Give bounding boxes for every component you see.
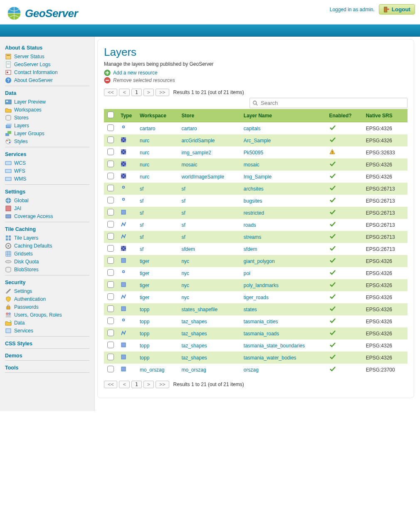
store-link[interactable]: sf: [181, 198, 185, 204]
search-box[interactable]: [250, 98, 408, 108]
sidebar-item[interactable]: ?About GeoServer: [5, 76, 89, 84]
layer-name-link[interactable]: Pk50095: [244, 150, 263, 156]
store-link[interactable]: worldImageSample: [181, 174, 224, 180]
sidebar-item[interactable]: Layers: [5, 121, 89, 129]
sidebar-item[interactable]: Layer Groups: [5, 129, 89, 137]
workspace-link[interactable]: tiger: [140, 282, 149, 288]
workspace-link[interactable]: tiger: [140, 258, 149, 264]
sidebar-item[interactable]: Workspaces: [5, 106, 89, 114]
store-link[interactable]: taz_shapes: [181, 319, 207, 325]
col-srs[interactable]: Native SRS: [363, 109, 408, 122]
sidebar-item[interactable]: Disk Quota: [5, 258, 89, 265]
sidebar-item[interactable]: WMS: [5, 175, 89, 183]
pager-first[interactable]: <<: [104, 89, 117, 96]
store-link[interactable]: nyc: [181, 295, 189, 300]
sidebar-item[interactable]: Coverage Access: [5, 212, 89, 220]
sidebar-item[interactable]: JAI: [5, 204, 89, 212]
workspace-link[interactable]: topp: [140, 343, 149, 349]
sidebar-group-head[interactable]: About & Status: [5, 45, 89, 51]
col-name[interactable]: Layer Name: [240, 109, 326, 122]
store-link[interactable]: states_shapefile: [181, 307, 217, 312]
workspace-link[interactable]: sf: [140, 246, 143, 252]
row-checkbox[interactable]: [107, 161, 114, 167]
row-checkbox[interactable]: [107, 305, 114, 312]
sidebar-group-head[interactable]: Data: [5, 90, 89, 96]
row-checkbox[interactable]: [107, 233, 114, 240]
sidebar-item[interactable]: Gridsets: [5, 250, 89, 258]
sidebar-item[interactable]: Passwords: [5, 303, 89, 311]
sidebar-item[interactable]: Layer Preview: [5, 98, 89, 106]
layer-name-link[interactable]: orszag: [244, 367, 259, 373]
pager-page-b[interactable]: 1: [131, 381, 142, 388]
workspace-link[interactable]: topp: [140, 355, 149, 361]
store-link[interactable]: sf: [181, 222, 185, 228]
row-checkbox[interactable]: [107, 342, 114, 348]
workspace-link[interactable]: mo_orszag: [140, 367, 164, 373]
sidebar-item[interactable]: Tile Layers: [5, 234, 89, 242]
select-all-checkbox[interactable]: [107, 112, 114, 118]
workspace-link[interactable]: nurc: [140, 174, 149, 180]
store-link[interactable]: nyc: [181, 258, 189, 264]
store-link[interactable]: taz_shapes: [181, 343, 207, 349]
logo[interactable]: GeoServer: [6, 5, 78, 22]
sidebar-item[interactable]: Authentication: [5, 295, 89, 303]
row-checkbox[interactable]: [107, 136, 114, 143]
sidebar-item[interactable]: Styles: [5, 137, 89, 145]
workspace-link[interactable]: topp: [140, 307, 149, 312]
store-link[interactable]: sfdem: [181, 246, 195, 252]
layer-name-link[interactable]: poly_landmarks: [244, 282, 279, 288]
workspace-link[interactable]: nurc: [140, 162, 149, 168]
layer-name-link[interactable]: tiger_roads: [244, 295, 269, 300]
row-checkbox[interactable]: [107, 149, 114, 155]
row-checkbox[interactable]: [107, 317, 114, 324]
workspace-link[interactable]: tiger: [140, 295, 149, 300]
store-link[interactable]: nyc: [181, 282, 189, 288]
store-link[interactable]: nyc: [181, 270, 189, 276]
pager-page[interactable]: 1: [131, 89, 142, 96]
pager-next[interactable]: >: [143, 89, 154, 96]
sidebar-item[interactable]: WFS: [5, 167, 89, 175]
sidebar-group-head[interactable]: Security: [5, 280, 89, 285]
layer-name-link[interactable]: giant_polygon: [244, 258, 275, 264]
store-link[interactable]: mosaic: [181, 162, 197, 168]
col-workspace[interactable]: Workspace: [136, 109, 178, 122]
row-checkbox[interactable]: [107, 281, 114, 288]
sidebar-item[interactable]: Contact Information: [5, 68, 89, 76]
row-checkbox[interactable]: [107, 245, 114, 252]
store-link[interactable]: sf: [181, 186, 185, 192]
col-type[interactable]: Type: [117, 109, 136, 122]
layer-name-link[interactable]: tasmania_state_boundaries: [244, 343, 305, 349]
layer-name-link[interactable]: archsites: [244, 186, 264, 192]
row-checkbox[interactable]: [107, 257, 114, 264]
col-enabled[interactable]: Enabled?: [326, 109, 363, 122]
sidebar-item[interactable]: Caching Defaults: [5, 242, 89, 250]
layer-name-link[interactable]: poi: [244, 270, 250, 276]
workspace-link[interactable]: topp: [140, 331, 149, 337]
store-link[interactable]: cartaro: [181, 126, 197, 131]
sidebar-group-head[interactable]: Tools: [5, 365, 89, 371]
pager-prev-b[interactable]: <: [119, 381, 129, 388]
sidebar-item[interactable]: Server Status: [5, 52, 89, 60]
sidebar-item[interactable]: Users, Groups, Roles: [5, 311, 89, 319]
workspace-link[interactable]: topp: [140, 319, 149, 325]
layer-name-link[interactable]: capitals: [244, 126, 261, 131]
layer-name-link[interactable]: restricted: [244, 210, 264, 216]
row-checkbox[interactable]: [107, 209, 114, 216]
pager-next-b[interactable]: >: [143, 381, 154, 388]
store-link[interactable]: mo_orszag: [181, 367, 206, 373]
sidebar-item[interactable]: Stores: [5, 114, 89, 121]
sidebar-item[interactable]: Data: [5, 319, 89, 327]
workspace-link[interactable]: sf: [140, 222, 143, 228]
workspace-link[interactable]: sf: [140, 234, 143, 240]
workspace-link[interactable]: cartaro: [140, 126, 155, 131]
store-link[interactable]: sf: [181, 210, 185, 216]
sidebar-item[interactable]: Services: [5, 327, 89, 335]
logout-button[interactable]: Logout: [379, 4, 415, 15]
layer-name-link[interactable]: tasmania_water_bodies: [244, 355, 296, 361]
sidebar-group-head[interactable]: Demos: [5, 353, 89, 359]
sidebar-group-head[interactable]: Tile Caching: [5, 226, 89, 232]
sidebar-item[interactable]: Global: [5, 196, 89, 204]
layer-name-link[interactable]: bugsites: [244, 198, 262, 204]
store-link[interactable]: arcGridSample: [181, 138, 215, 144]
row-checkbox[interactable]: [107, 124, 114, 131]
